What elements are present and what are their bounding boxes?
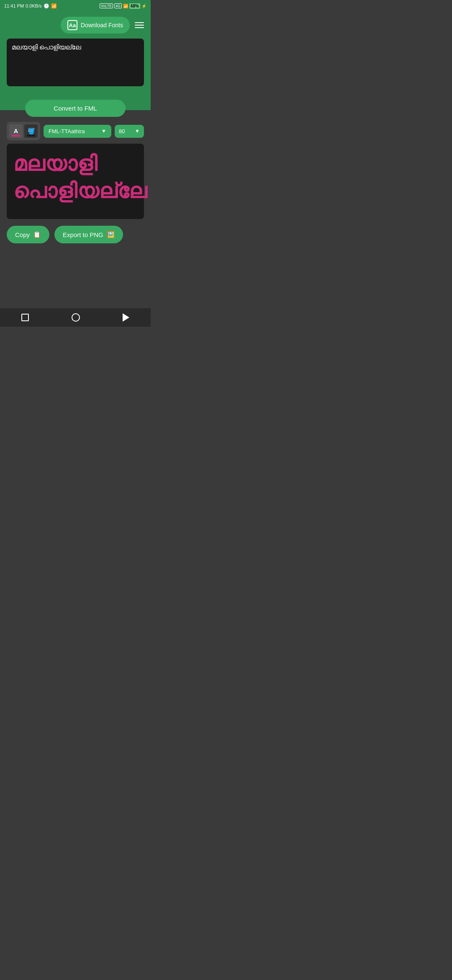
input-section: മലയാളി പൊളിയല്ലേ: [0, 39, 151, 93]
hamburger-line: [135, 22, 144, 23]
app-header: Aa Download Fonts: [0, 12, 151, 39]
time-display: 11:41 PM: [4, 3, 24, 8]
convert-button[interactable]: Convert to FML: [25, 100, 126, 117]
size-selector[interactable]: 80 ▼: [115, 125, 144, 138]
back-icon: [123, 313, 129, 322]
preview-text: മലയാളിപൊളിയല്ലേ: [13, 150, 147, 205]
size-dropdown-arrow: ▼: [135, 128, 140, 134]
navigation-bar: [0, 308, 151, 327]
text-color-letter: A: [14, 128, 18, 134]
status-left: 11:41 PM 0.0KB/s 🕐 📶: [4, 3, 57, 9]
size-selected-label: 80: [119, 128, 125, 134]
square-icon: [21, 314, 29, 321]
export-label: Export to PNG: [63, 231, 103, 238]
signal-bars: 📶: [123, 4, 128, 8]
status-bar: 11:41 PM 0.0KB/s 🕐 📶 VoLTE 4G 📶 68% ⚡: [0, 0, 151, 12]
malayalam-text-input[interactable]: മലയാളി പൊളിയല്ലേ: [12, 44, 139, 80]
hamburger-line: [135, 27, 144, 28]
circle-icon: [72, 313, 80, 322]
convert-label: Convert to FML: [54, 105, 97, 112]
font-icon: Aa: [67, 20, 77, 30]
copy-label: Copy: [15, 231, 30, 238]
bg-color-button[interactable]: 🪣: [24, 124, 38, 138]
export-button[interactable]: Export to PNG 🖼️: [54, 226, 123, 243]
signal-icon: 📶: [51, 3, 57, 9]
volte-icon: VoLTE: [100, 3, 113, 8]
status-right: VoLTE 4G 📶 68% ⚡: [100, 3, 146, 9]
export-icon: 🖼️: [107, 231, 115, 238]
font-selected-label: FML-TTAathira: [49, 128, 85, 134]
hamburger-line: [135, 25, 144, 26]
text-color-button[interactable]: A: [9, 124, 23, 138]
output-section: A 🪣 FML-TTAathira ▼ 80 ▼ മലയാളിപൊളിയല്ലേ…: [0, 110, 151, 250]
action-buttons: Copy 📋 Export to PNG 🖼️: [7, 226, 144, 243]
input-area: മലയാളി പൊളിയല്ലേ: [7, 39, 144, 86]
alarm-icon: 🕐: [44, 3, 49, 9]
battery-indicator: 68%: [129, 3, 140, 9]
convert-btn-wrapper: Convert to FML: [0, 93, 151, 110]
network-type: 4G: [114, 3, 122, 8]
charging-icon: ⚡: [141, 4, 146, 8]
bg-color-swatch: [27, 135, 35, 137]
preview-canvas: മലയാളിപൊളിയല്ലേ: [7, 144, 144, 219]
recent-apps-button[interactable]: [21, 314, 29, 321]
copy-icon: 📋: [33, 231, 41, 238]
home-button[interactable]: [72, 313, 80, 322]
download-fonts-button[interactable]: Aa Download Fonts: [61, 17, 130, 34]
download-fonts-label: Download Fonts: [81, 22, 123, 28]
copy-button[interactable]: Copy 📋: [7, 226, 49, 243]
network-speed: 0.0KB/s: [26, 3, 42, 8]
font-selector[interactable]: FML-TTAathira ▼: [44, 125, 111, 138]
font-dropdown-arrow: ▼: [101, 128, 106, 134]
back-button[interactable]: [123, 313, 129, 322]
color-picker-group: A 🪣: [7, 122, 40, 140]
bg-color-icon: 🪣: [28, 128, 35, 134]
formatting-toolbar: A 🪣 FML-TTAathira ▼ 80 ▼: [7, 122, 144, 140]
text-color-swatch: [12, 135, 20, 137]
menu-button[interactable]: [135, 22, 144, 28]
